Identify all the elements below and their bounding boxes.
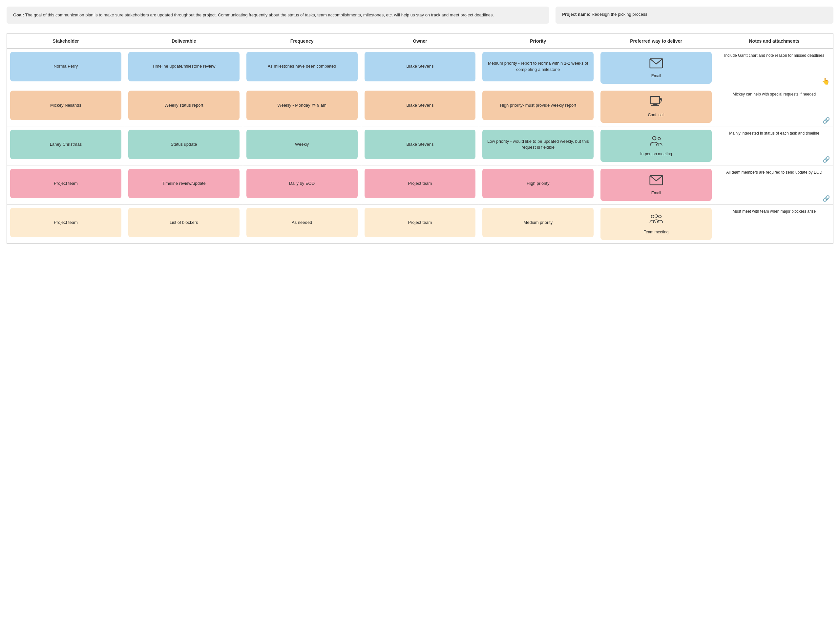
stakeholder-card: Laney Christmas xyxy=(10,130,121,159)
col-header-priority: Priority xyxy=(479,33,597,48)
owner-card: Project team xyxy=(365,169,476,198)
deliverable-card: Status update xyxy=(128,130,239,159)
communication-table: Stakeholder Deliverable Frequency Owner … xyxy=(7,33,833,244)
stakeholder-cell: Norma Perry xyxy=(7,48,125,87)
deliver-label: Conf. call xyxy=(648,112,664,118)
frequency-cell: As needed xyxy=(243,204,361,243)
owner-cell: Blake Stevens xyxy=(361,87,479,126)
stakeholder-card: Project team xyxy=(10,169,121,198)
table-row: Project teamTimeline review/updateDaily … xyxy=(7,165,833,204)
deliver-card: Email xyxy=(601,169,712,201)
link-icon[interactable]: 🔗 xyxy=(823,195,830,202)
col-header-stakeholder: Stakeholder xyxy=(7,33,125,48)
deliver-card: In-person meeting xyxy=(601,130,712,162)
priority-cell: High priority- must provide weekly repor… xyxy=(479,87,597,126)
team-icon xyxy=(650,213,663,227)
priority-card: High priority xyxy=(482,169,594,198)
stakeholder-card: Project team xyxy=(10,208,121,237)
cursor-icon: 👆 xyxy=(822,77,830,85)
stakeholder-cell: Laney Christmas xyxy=(7,126,125,165)
col-header-deliverable: Deliverable xyxy=(125,33,243,48)
owner-cell: Project team xyxy=(361,204,479,243)
owner-card: Blake Stevens xyxy=(365,130,476,159)
deliverable-card: Timeline review/update xyxy=(128,169,239,198)
owner-card: Project team xyxy=(365,208,476,237)
notes-text: Mickey can help with special requests if… xyxy=(719,91,830,97)
notes-text: Mainly interested in status of each task… xyxy=(719,130,830,136)
notes-cell: Mickey can help with special requests if… xyxy=(715,87,833,126)
stakeholder-cell: Project team xyxy=(7,165,125,204)
goal-box: Goal: The goal of this communication pla… xyxy=(7,7,549,24)
priority-card: High priority- must provide weekly repor… xyxy=(482,91,594,120)
goal-label: Goal: xyxy=(13,13,24,17)
notes-cell: Mainly interested in status of each task… xyxy=(715,126,833,165)
deliverable-cell: List of blockers xyxy=(125,204,243,243)
conf-icon xyxy=(650,96,663,110)
frequency-card: As needed xyxy=(246,208,358,237)
goal-text: The goal of this communication plan is t… xyxy=(25,13,494,17)
owner-cell: Blake Stevens xyxy=(361,126,479,165)
deliverable-card: List of blockers xyxy=(128,208,239,237)
owner-cell: Project team xyxy=(361,165,479,204)
deliver-card: Email xyxy=(601,52,712,84)
project-box: Project name: Redesign the picking proce… xyxy=(555,7,833,24)
notes-cell: Include Gantt chart and note reason for … xyxy=(715,48,833,87)
deliver-label: Email xyxy=(651,73,661,79)
table-row: Laney ChristmasStatus updateWeeklyBlake … xyxy=(7,126,833,165)
priority-cell: Low priority - would like to be updated … xyxy=(479,126,597,165)
owner-card: Blake Stevens xyxy=(365,52,476,82)
deliver-label: In-person meeting xyxy=(640,151,672,157)
link-icon[interactable]: 🔗 xyxy=(823,156,830,163)
email-icon xyxy=(650,174,663,188)
table-header-row: Stakeholder Deliverable Frequency Owner … xyxy=(7,33,833,48)
frequency-cell: Weekly xyxy=(243,126,361,165)
priority-cell: Medium priority xyxy=(479,204,597,243)
notes-text: Include Gantt chart and note reason for … xyxy=(719,52,830,59)
col-header-notes: Notes and attachments xyxy=(715,33,833,48)
frequency-card: Weekly - Monday @ 9 am xyxy=(246,91,358,120)
frequency-cell: Daily by EOD xyxy=(243,165,361,204)
stakeholder-card: Norma Perry xyxy=(10,52,121,82)
deliverable-cell: Status update xyxy=(125,126,243,165)
inperson-icon xyxy=(650,135,663,149)
deliverable-card: Timeline update/milestone review xyxy=(128,52,239,82)
deliverable-cell: Weekly status report xyxy=(125,87,243,126)
notes-text: All team members are required to send up… xyxy=(719,170,830,175)
deliver-card: Conf. call xyxy=(601,91,712,123)
stakeholder-cell: Mickey Neilands xyxy=(7,87,125,126)
table-row: Project teamList of blockersAs neededPro… xyxy=(7,204,833,243)
notes-cell: All team members are required to send up… xyxy=(715,165,833,204)
deliver-label: Team meeting xyxy=(644,229,668,235)
priority-card: Medium priority xyxy=(482,208,594,237)
owner-cell: Blake Stevens xyxy=(361,48,479,87)
table-row: Norma PerryTimeline update/milestone rev… xyxy=(7,48,833,87)
header-section: Goal: The goal of this communication pla… xyxy=(7,7,833,24)
owner-card: Blake Stevens xyxy=(365,91,476,120)
frequency-card: Daily by EOD xyxy=(246,169,358,198)
deliver-cell: In-person meeting xyxy=(597,126,715,165)
project-name: Redesign the picking process. xyxy=(592,12,648,17)
table-row: Mickey NeilandsWeekly status reportWeekl… xyxy=(7,87,833,126)
frequency-cell: Weekly - Monday @ 9 am xyxy=(243,87,361,126)
frequency-card: As milestones have been completed xyxy=(246,52,358,82)
priority-card: Medium priority - report to Norma within… xyxy=(482,52,594,82)
col-header-frequency: Frequency xyxy=(243,33,361,48)
deliverable-cell: Timeline update/milestone review xyxy=(125,48,243,87)
priority-cell: High priority xyxy=(479,165,597,204)
deliverable-cell: Timeline review/update xyxy=(125,165,243,204)
priority-cell: Medium priority - report to Norma within… xyxy=(479,48,597,87)
col-header-owner: Owner xyxy=(361,33,479,48)
deliver-cell: Email xyxy=(597,48,715,87)
frequency-cell: As milestones have been completed xyxy=(243,48,361,87)
project-label: Project name: xyxy=(562,12,590,17)
deliver-cell: Team meeting xyxy=(597,204,715,243)
deliver-cell: Email xyxy=(597,165,715,204)
deliver-cell: Conf. call xyxy=(597,87,715,126)
notes-cell: Must meet with team when major blockers … xyxy=(715,204,833,243)
stakeholder-cell: Project team xyxy=(7,204,125,243)
link-icon[interactable]: 🔗 xyxy=(823,117,830,124)
stakeholder-card: Mickey Neilands xyxy=(10,91,121,120)
priority-card: Low priority - would like to be updated … xyxy=(482,130,594,159)
notes-text: Must meet with team when major blockers … xyxy=(719,209,830,214)
deliver-card: Team meeting xyxy=(601,208,712,240)
